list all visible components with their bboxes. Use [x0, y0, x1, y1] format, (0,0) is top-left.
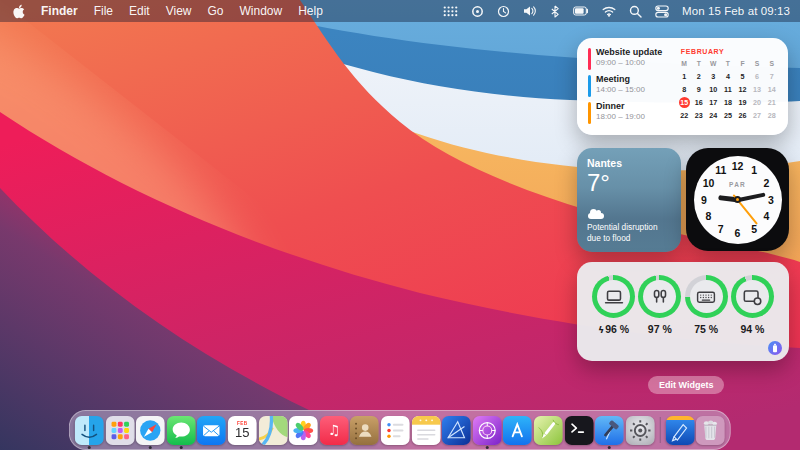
dock-icon-maps[interactable] — [258, 416, 287, 445]
clock-numeral: 5 — [751, 223, 757, 235]
calendar-day: 21 — [764, 96, 779, 109]
battery-gauge-keyboard[interactable]: 75 % — [685, 275, 728, 335]
dock-icon-mail[interactable] — [197, 416, 226, 445]
calendar-day: 27 — [750, 109, 765, 122]
battery-gauge-laptop[interactable]: ϟ96 % — [592, 275, 635, 335]
event-title: Meeting — [596, 74, 645, 85]
dock: FEB15 ♫ — [69, 410, 731, 450]
day-header: T — [726, 60, 730, 67]
dock-icon-calendar[interactable]: FEB15 — [228, 416, 257, 445]
laptop-icon — [592, 275, 635, 318]
menu-bar: Finder FileEditViewGoWindowHelp Mon 15 F… — [0, 0, 800, 22]
calendar-day: 6 — [750, 70, 765, 83]
menu-go[interactable]: Go — [208, 4, 224, 18]
earbuds-icon — [638, 275, 681, 318]
running-indicator — [485, 446, 488, 449]
batteries-widget[interactable]: ϟ96 % 97 % 75 % 94 % — [577, 262, 789, 361]
clock-city-label: PAR — [729, 181, 746, 188]
event-title: Dinner — [596, 101, 645, 112]
dock-icon-trash[interactable] — [696, 416, 725, 445]
calendar-event-list: Website update 09:00 – 10:00 Meeting 14:… — [588, 47, 677, 128]
dock-icon-xcode[interactable] — [595, 416, 624, 445]
clock-numeral: 3 — [768, 194, 774, 206]
desktop: Finder FileEditViewGoWindowHelp Mon 15 F… — [0, 0, 800, 450]
event-title: Website update — [596, 47, 662, 58]
today-marker: 15 — [679, 97, 690, 108]
running-indicator — [180, 446, 183, 449]
dock-icon-terminal[interactable] — [564, 416, 593, 445]
clock-numeral: 7 — [718, 223, 724, 235]
calendar-event[interactable]: Website update 09:00 – 10:00 — [588, 47, 677, 70]
battery-icon[interactable] — [573, 6, 589, 16]
bluetooth-icon[interactable] — [550, 5, 560, 18]
day-header: S — [769, 60, 774, 67]
control-center-icon[interactable] — [655, 5, 669, 18]
dock-icon-music[interactable]: ♫ — [320, 416, 349, 445]
keyboard-icon — [685, 275, 728, 318]
battery-gauge-trackpad[interactable]: 94 % — [731, 275, 774, 335]
dock-icon-affinity-publisher[interactable] — [666, 416, 695, 445]
battery-percent: 94 % — [741, 323, 765, 335]
day-header: W — [710, 60, 716, 67]
dock-divider — [660, 417, 661, 443]
volume-icon[interactable] — [523, 5, 537, 17]
calendar-month-label: FEBRUARY — [681, 48, 779, 55]
battery-percent: 97 % — [648, 323, 672, 335]
calendar-day: 7 — [764, 70, 779, 83]
menu-app-name[interactable]: Finder — [41, 4, 78, 18]
dock-icon-contacts[interactable] — [350, 416, 379, 445]
calendar-day: 25 — [721, 109, 736, 122]
dock-icon-reminders[interactable] — [381, 416, 410, 445]
calendar-day: 18 — [721, 96, 736, 109]
calendar-widget[interactable]: Website update 09:00 – 10:00 Meeting 14:… — [577, 38, 788, 135]
calendar-day: 8 — [677, 83, 692, 96]
dock-icon-launchpad[interactable] — [105, 416, 134, 445]
dock-icon-app-store[interactable] — [503, 416, 532, 445]
dock-icon-photos[interactable] — [289, 416, 318, 445]
app-grid-icon[interactable] — [443, 6, 458, 17]
calendar-day: 9 — [691, 83, 706, 96]
weather-temperature: 7° — [587, 170, 671, 195]
apple-menu[interactable] — [12, 4, 25, 19]
clock-face: PAR 123456789101112 — [694, 156, 782, 244]
calendar-day: 20 — [750, 96, 765, 109]
menu-help[interactable]: Help — [298, 4, 323, 18]
calendar-day: 14 — [764, 83, 779, 96]
menu-bar-left: Finder FileEditViewGoWindowHelp — [0, 4, 323, 19]
menu-edit[interactable]: Edit — [129, 4, 150, 18]
clock-numeral: 4 — [764, 210, 770, 222]
clock-numeral: 8 — [706, 210, 712, 222]
menu-file[interactable]: File — [94, 4, 113, 18]
calendar-event[interactable]: Meeting 14:00 – 15:00 — [588, 74, 677, 97]
calendar-event[interactable]: Dinner 18:00 – 19:00 — [588, 101, 677, 124]
clock-widget[interactable]: PAR 123456789101112 — [686, 148, 789, 251]
dock-icon-affinity-photo[interactable] — [472, 416, 501, 445]
battery-gauge-earbuds[interactable]: 97 % — [638, 275, 681, 335]
weather-widget[interactable]: Nantes 7° Potential disruption due to fl… — [577, 148, 681, 252]
clock-numeral: 12 — [732, 160, 744, 172]
clock-numeral: 6 — [735, 227, 741, 239]
dock-icon-messages[interactable] — [167, 416, 196, 445]
clock-icon[interactable] — [497, 5, 510, 18]
focus-circle-icon[interactable] — [471, 5, 484, 18]
wifi-icon[interactable] — [602, 6, 616, 17]
clock-numeral: 1 — [751, 164, 757, 176]
dock-icon-notes[interactable] — [411, 416, 440, 445]
day-header: F — [740, 60, 744, 67]
cloud-fog-icon — [588, 213, 604, 219]
running-indicator — [608, 446, 611, 449]
dock-icon-affinity-designer[interactable] — [442, 416, 471, 445]
dock-icon-finder[interactable] — [75, 416, 104, 445]
menu-view[interactable]: View — [166, 4, 192, 18]
spotlight-search-icon[interactable] — [629, 5, 642, 18]
clock-numeral: 9 — [701, 194, 707, 206]
edit-widgets-button[interactable]: Edit Widgets — [648, 376, 724, 394]
charging-bolt-icon: ϟ — [598, 324, 604, 335]
dock-icon-drawing-app[interactable] — [534, 416, 563, 445]
calendar-day: 15 — [677, 96, 692, 109]
menu-window[interactable]: Window — [240, 4, 283, 18]
dock-icon-system-preferences[interactable] — [625, 416, 654, 445]
dock-icon-safari[interactable] — [136, 416, 165, 445]
battery-gauges-row: ϟ96 % 97 % 75 % 94 % — [592, 275, 774, 335]
menu-bar-clock[interactable]: Mon 15 Feb at 09:13 — [682, 5, 790, 17]
